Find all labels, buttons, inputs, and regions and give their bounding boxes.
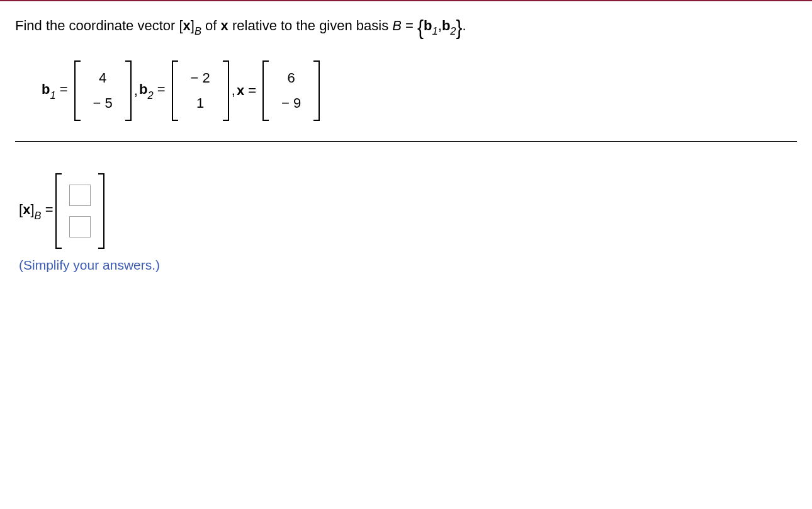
vec-x: x (183, 18, 191, 33)
b2-row1: − 2 (191, 66, 210, 90)
x-eq: = (244, 83, 256, 98)
x-row2: − 9 (281, 91, 301, 115)
prompt-part1: Find the coordinate vector (15, 18, 179, 33)
b2-row2: 1 (191, 91, 210, 115)
answer-lhs: [x]B = (19, 202, 53, 220)
b2-label-b: b (139, 81, 147, 97)
period: . (463, 18, 466, 33)
B-ital: B (392, 18, 402, 33)
x-label-x: x (237, 83, 244, 98)
b2-eq: = (154, 81, 166, 97)
question-content: Find the coordinate vector [x]B of x rel… (0, 1, 812, 285)
b1-label-b: b (42, 81, 50, 97)
b1-b: b (424, 18, 432, 33)
b2-b: b (442, 18, 450, 33)
b2-label-2: 2 (147, 89, 153, 101)
eq: = (402, 18, 417, 33)
b2-label: b2 = (139, 81, 166, 100)
lhs-close: ] (30, 202, 34, 217)
b1-row1: 4 (93, 66, 113, 90)
b1-vector: 4 − 5 (72, 60, 134, 121)
x-label: x = (237, 83, 256, 99)
x-vector: 6 − 9 (260, 60, 322, 121)
x-row1: 6 (281, 66, 301, 90)
sep1: , (134, 83, 138, 99)
sep2: , (232, 83, 235, 99)
b1-label: b1 = (42, 81, 68, 100)
answer-vector (53, 173, 107, 249)
b1-row2: − 5 (93, 91, 113, 115)
hint-text: (Simplify your answers.) (19, 258, 797, 273)
sub-b: B (195, 25, 201, 37)
divider (15, 141, 797, 142)
answer-cell-2 (69, 212, 91, 241)
answer-row: [x]B = (19, 173, 797, 249)
lhs-x: x (23, 202, 30, 217)
lhs-sub: B (35, 210, 42, 221)
prompt-text: Find the coordinate vector [x]B of x rel… (15, 13, 797, 43)
b1-eq: = (56, 81, 68, 97)
given-vectors: b1 = 4 − 5 , b2 = − 2 1 , x = 6 − (42, 60, 797, 121)
b2-2: 2 (450, 25, 456, 37)
answer-eq: = (42, 202, 54, 217)
answer-input-2[interactable] (69, 216, 91, 237)
brace-open: { (417, 11, 424, 45)
answer-input-1[interactable] (69, 185, 91, 206)
x-bold: x (221, 18, 228, 33)
answer-cell-1 (69, 181, 91, 210)
prompt-part2: of (201, 18, 221, 33)
prompt-part3: relative to the given basis (228, 18, 392, 33)
b1-label-1: 1 (50, 89, 55, 101)
b1-1: 1 (432, 25, 438, 37)
b2-vector: − 2 1 (169, 60, 232, 121)
brace-close: } (456, 11, 463, 45)
